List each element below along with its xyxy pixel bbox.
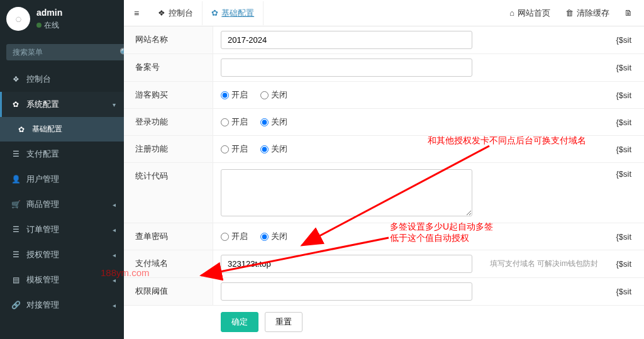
row-stats: 统计代码 {$sit	[124, 163, 644, 223]
radio-query-on[interactable]: 开启	[221, 231, 248, 242]
menu: ❖ 控制台 ✿ 系统配置 ▾ ✿ 基础配置 ☰ 支付配置 👤 用户管理 🛒	[0, 67, 124, 318]
radio-login-off[interactable]: 关闭	[260, 116, 287, 128]
radio-query-off[interactable]: 关闭	[260, 231, 287, 242]
menu-basic[interactable]: ✿ 基础配置	[0, 117, 124, 142]
tab-console[interactable]: ❖ 控制台	[149, 1, 203, 25]
label-guest-buy: 游客购买	[124, 82, 213, 108]
label-login: 登录功能	[124, 109, 213, 135]
var-hint: {$sit	[616, 91, 636, 100]
menu-auth[interactable]: ☰ 授权管理 ◂	[0, 242, 124, 267]
gear-icon: ✿	[10, 100, 21, 109]
radio-login-on[interactable]: 开启	[221, 116, 248, 128]
form-content: 网站名称 {$sit 备案号 {$sit 游客购买 开启	[124, 26, 644, 339]
button-row: 确定 重置	[124, 306, 644, 338]
var-hint: {$sit	[616, 145, 636, 154]
cart-icon: 🛒	[10, 200, 21, 209]
textarea-stats[interactable]	[221, 169, 472, 216]
label-icp: 备案号	[124, 54, 213, 81]
clear-cache-button[interactable]: 🗑 清除缓存	[558, 1, 617, 25]
var-hint: {$sit	[616, 169, 636, 179]
trash-icon: 🗑	[565, 8, 574, 18]
submit-button[interactable]: 确定	[221, 312, 258, 332]
label-site-name: 网站名称	[124, 26, 213, 53]
var-hint: {$sit	[616, 287, 636, 296]
var-hint: {$sit	[616, 232, 636, 242]
tab-list: ❖ 控制台 ✿ 基础配置	[149, 1, 264, 25]
chevron-left-icon: ◂	[113, 302, 116, 309]
chevron-left-icon: ◂	[113, 226, 116, 233]
bars-icon: ≡	[134, 8, 139, 18]
input-site-name[interactable]	[221, 31, 472, 49]
menu-dock[interactable]: 🔗 对接管理 ◂	[0, 292, 124, 318]
row-register: 注册功能 开启 关闭 {$sit	[124, 136, 644, 163]
chevron-down-icon: ▾	[113, 101, 116, 108]
cog-icon: ✿	[211, 8, 218, 18]
radio-register-on[interactable]: 开启	[221, 143, 248, 155]
main: ≡ ❖ 控制台 ✿ 基础配置 ⌂ 网站首页 🗑 清除缓存	[124, 0, 644, 339]
user-icon: 👤	[10, 175, 21, 184]
chevron-left-icon: ◂	[113, 277, 116, 284]
cog-icon: ✿	[16, 125, 27, 134]
row-icp: 备案号 {$sit	[124, 54, 644, 82]
row-site-name: 网站名称 {$sit	[124, 26, 644, 54]
menu-pay[interactable]: ☰ 支付配置	[0, 142, 124, 167]
toggle-sidebar-button[interactable]: ≡	[128, 4, 145, 22]
label-register: 注册功能	[124, 136, 213, 162]
user-status: 在线	[36, 20, 62, 31]
extra-button[interactable]: 🗎	[617, 1, 640, 25]
label-pay-domain: 支付域名	[124, 250, 213, 277]
label-query-pwd: 查单密码	[124, 223, 213, 250]
search-input[interactable]	[6, 44, 113, 60]
user-panel: ◯ admin 在线	[0, 0, 124, 38]
avatar: ◯	[6, 7, 30, 31]
top-actions: ⌂ 网站首页 🗑 清除缓存 🗎	[502, 1, 640, 25]
dashboard-icon: ❖	[10, 75, 21, 84]
user-name: admin	[36, 8, 62, 18]
sidebar: ◯ admin 在线 🔍 ❖ 控制台 ✿ 系统配置 ▾	[0, 0, 124, 339]
var-hint: {$sit	[616, 63, 636, 72]
var-hint: {$sit	[616, 35, 636, 45]
file-icon: 🗎	[625, 8, 633, 18]
menu-system[interactable]: ✿ 系统配置 ▾	[0, 92, 124, 117]
reset-button[interactable]: 重置	[265, 312, 303, 332]
tab-basic[interactable]: ✿ 基础配置	[203, 1, 264, 25]
input-icp[interactable]	[221, 58, 472, 77]
label-threshold: 权限阈值	[124, 278, 213, 305]
chevron-left-icon: ◂	[113, 252, 116, 258]
hint-pay-domain: 填写支付域名 可解决im钱包防封	[490, 258, 598, 269]
menu-users[interactable]: 👤 用户管理	[0, 167, 124, 192]
home-link[interactable]: ⌂ 网站首页	[502, 1, 558, 25]
dashboard-icon: ❖	[158, 8, 165, 18]
row-guest-buy: 游客购买 开启 关闭 {$sit	[124, 82, 644, 109]
order-icon: ☰	[10, 225, 21, 234]
row-threshold: 权限阈值 {$sit	[124, 278, 644, 306]
menu-tpl[interactable]: ▤ 模板管理 ◂	[0, 267, 124, 292]
search-box: 🔍	[0, 38, 124, 67]
var-hint: {$sit	[616, 259, 636, 269]
home-icon: ⌂	[509, 8, 514, 18]
menu-console[interactable]: ❖ 控制台	[0, 67, 124, 92]
radio-register-off[interactable]: 关闭	[260, 143, 287, 155]
menu-goods[interactable]: 🛒 商品管理 ◂	[0, 192, 124, 217]
radio-guest-off[interactable]: 关闭	[260, 89, 287, 101]
link-icon: 🔗	[10, 301, 21, 309]
template-icon: ▤	[10, 275, 21, 284]
topbar: ≡ ❖ 控制台 ✿ 基础配置 ⌂ 网站首页 🗑 清除缓存	[124, 0, 644, 26]
auth-icon: ☰	[10, 250, 21, 259]
row-login: 登录功能 开启 关闭 {$sit	[124, 109, 644, 136]
menu-orders[interactable]: ☰ 订单管理 ◂	[0, 217, 124, 242]
list-icon: ☰	[10, 150, 21, 158]
status-dot-icon	[36, 23, 42, 28]
input-threshold[interactable]	[221, 282, 472, 301]
radio-guest-on[interactable]: 开启	[221, 89, 248, 101]
row-pay-domain: 支付域名 填写支付域名 可解决im钱包防封 {$sit	[124, 250, 644, 278]
var-hint: {$sit	[616, 118, 636, 127]
label-stats: 统计代码	[124, 163, 213, 223]
input-pay-domain[interactable]	[221, 255, 472, 273]
chevron-left-icon: ◂	[113, 201, 116, 208]
row-query-pwd: 查单密码 开启 关闭 {$sit	[124, 223, 644, 250]
